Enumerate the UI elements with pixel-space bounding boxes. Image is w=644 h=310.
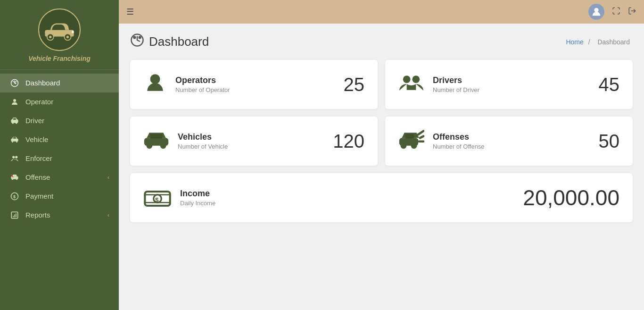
drivers-icon	[398, 71, 424, 98]
svg-point-37	[412, 75, 420, 83]
svg-rect-45	[405, 134, 414, 138]
svg-line-47	[420, 136, 423, 138]
svg-point-40	[160, 142, 166, 149]
offense-arrow-icon: ‹	[107, 174, 109, 181]
vehicles-card: Vehicles Number of Vehicle 120	[130, 117, 378, 166]
sidebar-item-operator-label: Operator	[25, 98, 109, 106]
reports-arrow-icon: ‹	[107, 212, 109, 218]
svg-rect-30	[16, 213, 17, 217]
income-icon: $	[143, 184, 172, 211]
svg-rect-28	[13, 216, 14, 217]
reports-icon	[9, 211, 20, 219]
svg-point-9	[16, 81, 17, 82]
income-title: Income	[180, 189, 215, 199]
vehicles-info: Vehicles Number of Vehicle	[178, 132, 228, 150]
offenses-subtitle: Number of Offense	[433, 143, 485, 150]
svg-point-16	[12, 141, 13, 142]
offenses-card-left: Offenses Number of Offense	[398, 128, 485, 154]
svg-point-22	[12, 178, 13, 180]
vehicles-icon	[143, 128, 169, 154]
offenses-info: Offenses Number of Offense	[433, 132, 485, 150]
svg-point-12	[12, 122, 14, 124]
svg-point-19	[12, 156, 15, 158]
svg-point-17	[16, 141, 17, 142]
svg-point-13	[16, 122, 17, 124]
offenses-title: Offenses	[433, 132, 485, 142]
vehicles-title: Vehicles	[178, 132, 228, 142]
operator-icon	[9, 98, 20, 106]
breadcrumb-separator: /	[588, 38, 590, 46]
svg-point-33	[134, 37, 136, 39]
svg-point-35	[150, 74, 160, 84]
sidebar-item-driver-label: Driver	[25, 117, 109, 125]
logout-icon[interactable]	[628, 7, 636, 17]
enforcer-icon	[9, 154, 20, 163]
svg-point-43	[401, 142, 407, 149]
svg-text:$: $	[13, 194, 16, 199]
sidebar-item-reports[interactable]: Reports ‹	[0, 206, 119, 225]
sidebar-item-dashboard[interactable]: Dashboard	[0, 74, 119, 92]
operators-card-left: Operators Number of Operator	[143, 71, 230, 98]
svg-point-10	[13, 99, 16, 102]
svg-rect-41	[150, 134, 163, 138]
drivers-card-left: Drivers Number of Driver	[398, 71, 479, 98]
driver-icon	[9, 117, 20, 125]
cards-grid: Operators Number of Operator 25	[130, 60, 633, 222]
svg-point-39	[146, 142, 152, 149]
dashboard-icon	[9, 79, 20, 87]
svg-rect-14	[13, 118, 16, 120]
hamburger-button[interactable]: ☰	[126, 7, 134, 17]
svg-rect-29	[14, 214, 15, 217]
operators-icon	[143, 71, 167, 98]
logo-text: Vehicle Franchising	[28, 55, 91, 63]
svg-line-46	[418, 131, 423, 134]
page-title-area: Dashboard	[130, 33, 209, 50]
svg-point-2	[49, 36, 51, 38]
breadcrumb: Home / Dashboard	[566, 38, 633, 46]
sidebar-item-payment[interactable]: $ Payment	[0, 187, 119, 206]
main-content: ☰	[119, 0, 644, 310]
page-header: Dashboard Home / Dashboard	[130, 33, 633, 50]
svg-point-44	[411, 142, 417, 149]
income-card: $ Income Daily Income 20,000.00	[130, 173, 633, 222]
offenses-card: Offenses Number of Offense 50	[385, 117, 633, 166]
breadcrumb-home[interactable]: Home	[566, 38, 583, 46]
logo-car-icon	[43, 18, 76, 42]
svg-point-34	[139, 37, 141, 39]
svg-rect-6	[45, 32, 48, 34]
sidebar-item-operator[interactable]: Operator	[0, 92, 119, 111]
sidebar-item-offense[interactable]: Offense ‹	[0, 168, 119, 187]
dashboard-gauge-icon	[130, 33, 144, 50]
topbar: ☰	[119, 0, 644, 24]
svg-point-31	[594, 8, 598, 12]
svg-point-8	[13, 81, 14, 82]
vehicle-icon	[9, 135, 20, 144]
operators-title: Operators	[175, 75, 230, 85]
sidebar-item-vehicle[interactable]: Vehicle	[0, 130, 119, 149]
drivers-info: Drivers Number of Driver	[433, 75, 479, 93]
vehicles-card-left: Vehicles Number of Vehicle	[143, 128, 228, 154]
sidebar-item-enforcer[interactable]: Enforcer	[0, 149, 119, 168]
topbar-left: ☰	[126, 7, 134, 17]
avatar[interactable]	[588, 4, 604, 20]
svg-point-23	[16, 178, 17, 180]
drivers-value: 45	[599, 74, 620, 95]
svg-rect-15	[11, 139, 18, 142]
income-info: Income Daily Income	[180, 189, 215, 207]
sidebar-item-driver[interactable]: Driver	[0, 111, 119, 130]
breadcrumb-current: Dashboard	[598, 38, 630, 46]
offense-icon	[9, 173, 20, 182]
content-area: Dashboard Home / Dashboard	[119, 24, 644, 310]
sidebar-item-reports-label: Reports	[25, 211, 107, 219]
svg-point-4	[66, 36, 69, 38]
expand-icon[interactable]	[612, 7, 620, 17]
drivers-card: Drivers Number of Driver 45	[385, 60, 633, 109]
operators-card: Operators Number of Operator 25	[130, 60, 378, 109]
svg-point-36	[403, 75, 411, 83]
page-title: Dashboard	[149, 34, 209, 49]
sidebar-item-payment-label: Payment	[25, 192, 109, 200]
operators-subtitle: Number of Operator	[175, 86, 230, 93]
sidebar-item-vehicle-label: Vehicle	[25, 135, 109, 143]
user-avatar-icon	[591, 7, 602, 17]
drivers-subtitle: Number of Driver	[433, 86, 479, 93]
